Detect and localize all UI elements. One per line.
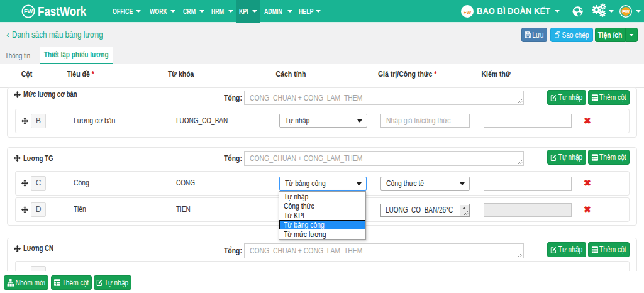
svg-text:FW: FW [24, 8, 33, 14]
svg-text:FW: FW [622, 9, 630, 14]
